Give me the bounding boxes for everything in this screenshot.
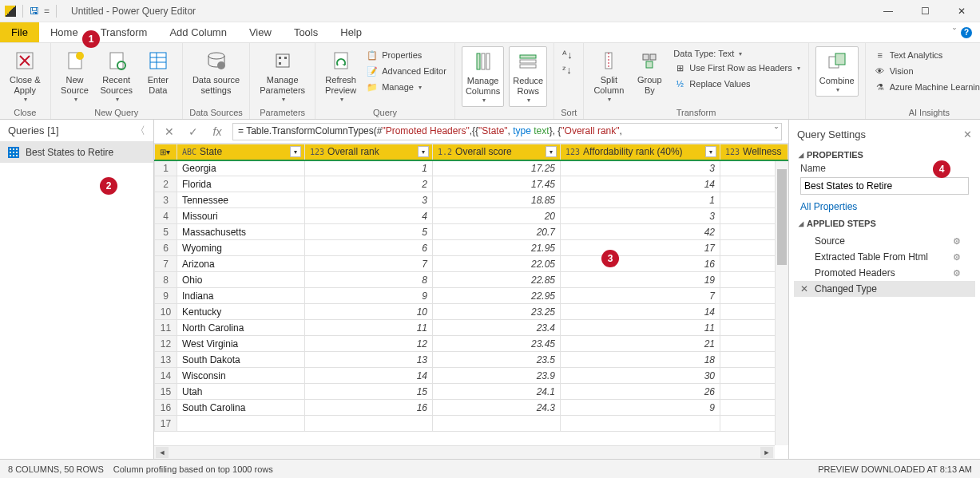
horizontal-scrollbar[interactable]: ◄► bbox=[154, 445, 775, 459]
svg-rect-13 bbox=[284, 57, 287, 59]
group-by-button[interactable]: Group By bbox=[632, 46, 667, 97]
cancel-formula-icon[interactable]: ✕ bbox=[161, 125, 178, 138]
minimize-button[interactable]: — bbox=[870, 0, 907, 22]
menubar: File Home Transform Add Column View Tool… bbox=[0, 22, 980, 43]
svg-rect-26 bbox=[646, 61, 653, 68]
col-affordability[interactable]: 123Affordability rank (40%)▾ bbox=[561, 144, 720, 160]
properties-section-header[interactable]: PROPERTIES bbox=[789, 145, 980, 161]
text-analytics-button[interactable]: ≡Text Analytics bbox=[872, 48, 980, 62]
step-gear-icon[interactable]: ⚙ bbox=[953, 236, 961, 247]
filter-icon[interactable]: ▾ bbox=[546, 146, 557, 157]
filter-icon[interactable]: ▾ bbox=[418, 146, 429, 157]
step-gear-icon[interactable]: ⚙ bbox=[953, 268, 961, 279]
close-window-button[interactable]: ✕ bbox=[943, 0, 980, 22]
replace-values-button[interactable]: ½Replace Values bbox=[672, 77, 801, 91]
svg-rect-21 bbox=[520, 65, 536, 68]
vertical-scrollbar[interactable] bbox=[775, 161, 788, 445]
azure-ml-button[interactable]: ⚗Azure Machine Learning bbox=[872, 80, 980, 94]
new-source-button[interactable]: New Source bbox=[58, 46, 93, 105]
table-row[interactable]: 11North Carolina1123.411 bbox=[155, 320, 788, 336]
query-item[interactable]: Best States to Retire bbox=[0, 142, 153, 163]
callout-4: 4 bbox=[933, 160, 950, 178]
table-row[interactable]: 15Utah1524.126 bbox=[155, 384, 788, 400]
split-column-button[interactable]: Split Column bbox=[590, 46, 627, 105]
data-source-settings-button[interactable]: Data source settings bbox=[189, 46, 243, 97]
enter-data-button[interactable]: Enter Data bbox=[141, 46, 176, 97]
table-row[interactable]: 13South Dakota1323.518 bbox=[155, 352, 788, 368]
manage-query-button[interactable]: 📁Manage bbox=[364, 80, 448, 94]
advanced-editor-button[interactable]: 📝Advanced Editor bbox=[364, 64, 448, 78]
formula-expand-icon[interactable]: ˇ bbox=[775, 126, 778, 137]
tab-file[interactable]: File bbox=[0, 22, 39, 42]
preview-area: ✕ ✓ fx = Table.TransformColumnTypes(#"Pr… bbox=[154, 120, 788, 459]
help-icon[interactable]: ? bbox=[961, 27, 972, 38]
manage-columns-button[interactable]: Manage Columns bbox=[462, 46, 504, 107]
table-row[interactable]: 9Indiana922.957 bbox=[155, 288, 788, 304]
applied-step[interactable]: Extracted Table From Html⚙ bbox=[794, 249, 975, 265]
formula-bar[interactable]: = Table.TransformColumnTypes(#"Promoted … bbox=[232, 123, 782, 140]
col-overall-rank[interactable]: 123Overall rank▾ bbox=[305, 144, 433, 160]
svg-rect-12 bbox=[279, 57, 281, 59]
collapse-queries-icon[interactable]: 〈 bbox=[135, 124, 145, 138]
table-row[interactable]: 12West Virginia1223.4521 bbox=[155, 336, 788, 352]
first-row-headers-button[interactable]: ⊞Use First Row as Headers bbox=[672, 61, 801, 75]
sort-desc-button[interactable]: ᶻ↓ bbox=[561, 63, 574, 77]
table-row[interactable]: 6Wyoming621.9517 bbox=[155, 240, 788, 256]
col-wellness[interactable]: 123Wellness bbox=[720, 144, 788, 160]
fx-icon[interactable]: fx bbox=[208, 125, 226, 138]
tab-add-column[interactable]: Add Column bbox=[158, 22, 238, 42]
col-overall-score[interactable]: 1.2Overall score▾ bbox=[433, 144, 561, 160]
vision-button[interactable]: 👁Vision bbox=[872, 64, 980, 78]
filter-icon[interactable]: ▾ bbox=[290, 146, 301, 157]
table-row[interactable]: 14Wisconsin1423.930 bbox=[155, 368, 788, 384]
group-newquery-label: New Query bbox=[58, 106, 176, 117]
col-state[interactable]: ABCState▾ bbox=[177, 144, 305, 160]
applied-step[interactable]: Source⚙ bbox=[794, 233, 975, 249]
table-row[interactable]: 3Tennessee318.851 bbox=[155, 192, 788, 208]
close-settings-icon[interactable]: ✕ bbox=[963, 128, 972, 140]
ribbon: Close & Apply Close New Source Recent So… bbox=[0, 43, 980, 120]
manage-parameters-button[interactable]: Manage Parameters bbox=[256, 46, 308, 105]
combine-button[interactable]: Combine bbox=[815, 46, 859, 97]
svg-rect-19 bbox=[520, 55, 536, 58]
applied-step[interactable]: Promoted Headers⚙ bbox=[794, 265, 975, 281]
tab-help[interactable]: Help bbox=[329, 22, 373, 42]
qat-dropdown[interactable]: = bbox=[44, 6, 50, 17]
save-icon[interactable]: 🖫 bbox=[30, 6, 39, 17]
window-title: Untitled - Power Query Editor bbox=[63, 6, 196, 17]
table-row[interactable]: 7Arizona722.0516 bbox=[155, 256, 788, 272]
data-type-button[interactable]: Data Type: Text bbox=[672, 48, 801, 59]
recent-sources-button[interactable]: Recent Sources bbox=[97, 46, 136, 105]
delete-step-icon[interactable]: ✕ bbox=[800, 283, 808, 294]
reduce-rows-button[interactable]: Reduce Rows bbox=[509, 46, 547, 107]
table-row[interactable]: 16South Carolina1624.39 bbox=[155, 400, 788, 416]
filter-icon[interactable]: ▾ bbox=[705, 146, 716, 157]
table-row[interactable]: 10Kentucky1023.2514 bbox=[155, 304, 788, 320]
applied-step[interactable]: ✕Changed Type bbox=[794, 281, 975, 297]
svg-rect-28 bbox=[835, 53, 845, 65]
table-row[interactable]: 5Massachusetts520.742 bbox=[155, 224, 788, 240]
query-name-input[interactable] bbox=[800, 177, 969, 195]
applied-steps-header[interactable]: APPLIED STEPS bbox=[789, 214, 980, 230]
table-row[interactable]: 1Georgia117.253 bbox=[155, 160, 788, 176]
svg-rect-14 bbox=[279, 62, 281, 65]
data-grid[interactable]: ⊞▾ ABCState▾ 123Overall rank▾ 1.2Overall… bbox=[154, 144, 788, 432]
maximize-button[interactable]: ☐ bbox=[907, 0, 943, 22]
refresh-preview-button[interactable]: Refresh Preview bbox=[322, 46, 359, 105]
tab-tools[interactable]: Tools bbox=[283, 22, 329, 42]
properties-button[interactable]: 📋Properties bbox=[364, 48, 448, 62]
sort-asc-button[interactable]: ᴬ↓ bbox=[561, 48, 574, 61]
status-bar: 8 COLUMNS, 50 ROWS Column profiling base… bbox=[0, 459, 980, 478]
all-properties-link[interactable]: All Properties bbox=[789, 199, 980, 214]
accept-formula-icon[interactable]: ✓ bbox=[184, 125, 202, 138]
table-row[interactable]: 8Ohio822.8519 bbox=[155, 272, 788, 288]
close-apply-button[interactable]: Close & Apply bbox=[6, 46, 44, 105]
tab-view[interactable]: View bbox=[238, 22, 283, 42]
table-icon bbox=[8, 147, 19, 158]
name-label: Name bbox=[789, 161, 980, 176]
table-row[interactable]: 4Missouri4203 bbox=[155, 208, 788, 224]
table-row[interactable]: 2Florida217.4514 bbox=[155, 176, 788, 192]
ribbon-collapse-icon[interactable]: ˇ bbox=[953, 27, 956, 38]
grid-corner[interactable]: ⊞▾ bbox=[155, 144, 177, 160]
step-gear-icon[interactable]: ⚙ bbox=[953, 252, 961, 263]
